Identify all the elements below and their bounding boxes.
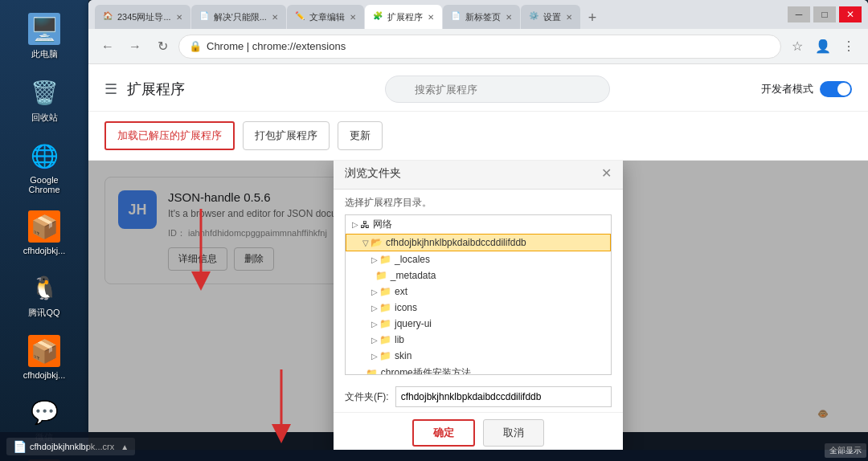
folder-icon: 📁 bbox=[379, 350, 391, 361]
cfh1-icon: 📦 bbox=[28, 210, 60, 243]
tree-item-chrome-install[interactable]: 📁 chrome插件安装方法 bbox=[346, 364, 611, 375]
browser-window: 🏠 2345网址导... ✕ 📄 解决'只能限... ✕ ✏️ 文章编辑 ✕ 🧩… bbox=[88, 0, 868, 450]
recycle-label: 回收站 bbox=[31, 112, 58, 124]
ext-search-input[interactable] bbox=[415, 84, 598, 96]
tree-item-jqueryui[interactable]: ▷ 📁 jquery-ui bbox=[346, 316, 611, 332]
chevron-right-icon: ▷ bbox=[371, 288, 378, 296]
confirm-button[interactable]: 确定 bbox=[412, 419, 475, 447]
tab-editor[interactable]: ✏️ 文章编辑 ✕ bbox=[287, 5, 364, 29]
chevron-none bbox=[371, 271, 374, 280]
window-controls: ─ □ ✕ bbox=[788, 6, 862, 22]
filename-input[interactable] bbox=[395, 386, 612, 407]
hamburger-icon[interactable]: ☰ bbox=[104, 80, 117, 98]
tab-2345[interactable]: 🏠 2345网址导... ✕ bbox=[95, 5, 190, 29]
address-bar[interactable]: 🔒 Chrome | chrome://extensions bbox=[178, 35, 781, 59]
chevron-right-icon: ▷ bbox=[371, 336, 378, 345]
tab-extensions[interactable]: 🧩 扩展程序 ✕ bbox=[365, 5, 442, 29]
tree-item-lib[interactable]: ▷ 📁 lib bbox=[346, 332, 611, 348]
tree-item-icons[interactable]: ▷ 📁 icons bbox=[346, 300, 611, 316]
desktop-icon-recycle[interactable]: 🗑️ 回收站 bbox=[12, 71, 76, 129]
extensions-header: ☰ 扩展程序 🔍 开发者模式 bbox=[88, 64, 868, 112]
chevron-right-icon: ▷ bbox=[371, 352, 378, 361]
folder-tree[interactable]: ▷ 🖧 网络 ▽ 📂 cfhdojbkjhnklbpkdaibdccddilif… bbox=[345, 214, 612, 375]
forward-button[interactable]: → bbox=[124, 35, 146, 58]
toolbar-actions: ☆ 👤 ⋮ bbox=[786, 35, 860, 58]
load-extension-button[interactable]: 加载已解压的扩展程序 bbox=[104, 121, 235, 150]
tab-resolve-close[interactable]: ✕ bbox=[272, 13, 278, 22]
desktop-icon-cfh2[interactable]: 📦 cfhdojbkj... bbox=[12, 330, 76, 385]
back-button[interactable]: ← bbox=[96, 35, 119, 58]
maximize-button[interactable]: □ bbox=[813, 6, 836, 22]
tab-newtab-label: 新标签页 bbox=[465, 11, 501, 23]
tree-item-metadata[interactable]: 📁 _metadata bbox=[346, 267, 611, 284]
tree-label-cfh: cfhdojbkjhnklbpkdaibdccddilifddb bbox=[386, 237, 526, 248]
ext-search-bar[interactable] bbox=[385, 75, 610, 103]
folder-icon: 📁 bbox=[379, 286, 391, 297]
tab-ext-label: 扩展程序 bbox=[387, 11, 423, 23]
tab-newtab-close[interactable]: ✕ bbox=[506, 13, 512, 22]
tree-label-locales: _locales bbox=[395, 254, 430, 265]
tree-label-ext: ext bbox=[395, 286, 407, 297]
tree-label-chrome-install: chrome插件安装方法 bbox=[381, 366, 471, 375]
tab-editor-favicon: ✏️ bbox=[295, 11, 306, 22]
dialog-overlay: 浏览文件夹 ✕ 选择扩展程序目录。 ▷ 🖧 网络 bbox=[88, 161, 868, 450]
cfh1-label: cfhdojbkj... bbox=[23, 246, 66, 255]
tab-ext-favicon: 🧩 bbox=[373, 11, 384, 22]
main-area: JH JSON-handle 0.5.6 It's a browser and … bbox=[88, 161, 868, 450]
page-content: ☰ 扩展程序 🔍 开发者模式 加载已解压的扩展程序 打包扩展程序 更新 bbox=[88, 64, 868, 450]
tab-newtab[interactable]: 📄 新标签页 ✕ bbox=[443, 5, 520, 29]
account-button[interactable]: 👤 bbox=[812, 35, 834, 58]
folder-icon: 📁 bbox=[379, 318, 391, 329]
tab-2345-favicon: 🏠 bbox=[103, 11, 114, 22]
menu-button[interactable]: ⋮ bbox=[837, 35, 860, 58]
chevron-right-icon: ▷ bbox=[371, 320, 378, 328]
recycle-icon: 🗑️ bbox=[28, 76, 60, 108]
bookmark-button[interactable]: ☆ bbox=[786, 35, 809, 58]
action-bar: 加载已解压的扩展程序 打包扩展程序 更新 bbox=[88, 112, 868, 161]
new-tab-button[interactable]: + bbox=[581, 6, 604, 29]
tab-settings-close[interactable]: ✕ bbox=[566, 13, 572, 22]
tab-settings[interactable]: ⚙️ 设置 ✕ bbox=[521, 5, 580, 29]
tree-label-skin: skin bbox=[395, 350, 411, 361]
tree-item-network[interactable]: ▷ 🖧 网络 bbox=[346, 215, 611, 234]
pc-icon: 🖥️ bbox=[28, 13, 60, 45]
tree-label-metadata: _metadata bbox=[391, 270, 436, 281]
title-bar: 🏠 2345网址导... ✕ 📄 解决'只能限... ✕ ✏️ 文章编辑 ✕ 🧩… bbox=[88, 0, 868, 29]
chrome-icon: 🌐 bbox=[28, 140, 60, 172]
address-text: Chrome | chrome://extensions bbox=[207, 40, 346, 52]
open-folder-icon: 📂 bbox=[371, 237, 383, 248]
folder-icon: 📁 bbox=[379, 254, 391, 265]
cancel-button[interactable]: 取消 bbox=[483, 419, 544, 447]
dialog-actions: 确定 取消 bbox=[334, 412, 623, 450]
tree-label-lib: lib bbox=[395, 334, 404, 345]
desktop-icon-qq[interactable]: 🐧 腾讯QQ bbox=[12, 267, 76, 324]
dev-mode-toggle[interactable] bbox=[820, 81, 852, 97]
tab-2345-close[interactable]: ✕ bbox=[176, 13, 182, 22]
address-icon: 🔒 bbox=[189, 40, 202, 52]
qq-icon: 🐧 bbox=[28, 271, 60, 304]
tree-item-locales[interactable]: ▷ 📁 _locales bbox=[346, 251, 611, 267]
cfh2-label: cfhdojbkj... bbox=[23, 370, 66, 380]
tab-editor-close[interactable]: ✕ bbox=[350, 13, 356, 22]
tree-item-skin[interactable]: ▷ 📁 skin bbox=[346, 348, 611, 364]
minimize-button[interactable]: ─ bbox=[788, 6, 810, 22]
pack-extension-button[interactable]: 打包扩展程序 bbox=[243, 121, 330, 150]
dialog-close-button[interactable]: ✕ bbox=[601, 165, 612, 181]
desktop-icon-chrome[interactable]: 🌐 Google Chrome bbox=[12, 135, 76, 199]
pc-label: 此电脑 bbox=[31, 48, 58, 60]
folder-icon: 📁 bbox=[379, 302, 391, 313]
refresh-button[interactable]: ↻ bbox=[151, 35, 174, 58]
tree-item-ext[interactable]: ▷ 📁 ext bbox=[346, 284, 611, 300]
tabs-row: 🏠 2345网址导... ✕ 📄 解决'只能限... ✕ ✏️ 文章编辑 ✕ 🧩… bbox=[95, 0, 862, 29]
folder-icon: 📁 bbox=[366, 368, 378, 376]
dialog-title-bar: 浏览文件夹 ✕ bbox=[334, 161, 623, 190]
update-button[interactable]: 更新 bbox=[338, 121, 383, 150]
desktop-icon-cfh1[interactable]: 📦 cfhdojbkj... bbox=[12, 206, 76, 260]
tab-ext-close[interactable]: ✕ bbox=[428, 13, 434, 22]
close-button[interactable]: ✕ bbox=[839, 6, 862, 22]
tree-item-cfh[interactable]: ▽ 📂 cfhdojbkjhnklbpkdaibdccddilifddb bbox=[346, 234, 611, 251]
desktop-icon-pc[interactable]: 🖥️ 此电脑 bbox=[12, 8, 76, 65]
tab-resolve-favicon: 📄 bbox=[199, 11, 211, 22]
dialog-filename-area: 文件夹(F): bbox=[334, 381, 623, 412]
tab-resolve[interactable]: 📄 解决'只能限... ✕ bbox=[191, 5, 286, 29]
